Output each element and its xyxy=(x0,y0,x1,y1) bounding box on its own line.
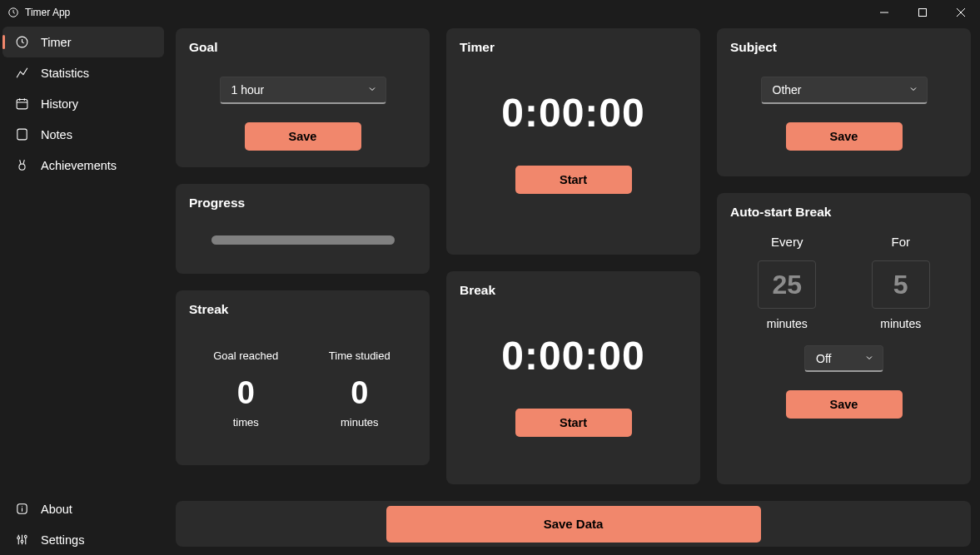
auto-mode-select[interactable]: Off xyxy=(804,345,883,372)
chevron-down-icon xyxy=(908,83,918,97)
auto-for-label: For xyxy=(859,235,943,249)
note-icon xyxy=(14,127,29,142)
auto-every-unit: minutes xyxy=(745,317,828,330)
auto-for-column: For 5 minutes xyxy=(859,235,943,330)
subject-card: Subject Other Save xyxy=(717,28,971,176)
streak-time-column: Time studied 0 minutes xyxy=(314,342,405,429)
timer-display: 0:00:00 xyxy=(460,90,687,136)
window-title: Timer App xyxy=(25,7,70,18)
svg-rect-4 xyxy=(17,129,26,140)
progress-card: Progress xyxy=(176,184,430,274)
break-title: Break xyxy=(460,283,687,298)
goal-select[interactable]: 1 hour xyxy=(220,77,386,104)
auto-for-input[interactable]: 5 xyxy=(872,260,930,309)
streak-goal-label: Goal reached xyxy=(200,342,291,370)
sidebar-item-statistics[interactable]: Statistics xyxy=(2,57,164,88)
sidebar-item-label: Timer xyxy=(41,36,72,49)
close-button[interactable] xyxy=(942,0,980,25)
streak-title: Streak xyxy=(189,302,416,317)
auto-mode-value: Off xyxy=(816,352,831,365)
maximize-button[interactable] xyxy=(903,0,942,25)
svg-rect-3 xyxy=(17,100,27,109)
goal-title: Goal xyxy=(189,40,416,55)
calendar-icon xyxy=(14,97,29,111)
titlebar: Timer App xyxy=(0,0,980,25)
auto-every-input[interactable]: 25 xyxy=(758,260,816,309)
svg-point-7 xyxy=(17,537,19,539)
break-card: Break 0:00:00 Start xyxy=(446,271,700,484)
sidebar-item-label: About xyxy=(41,503,72,516)
streak-goal-column: Goal reached 0 times xyxy=(200,342,291,429)
chevron-down-icon xyxy=(864,352,874,365)
goal-select-value: 1 hour xyxy=(231,83,265,97)
content: Goal 1 hour Save Progress Streak xyxy=(167,25,980,555)
svg-point-5 xyxy=(18,164,24,170)
subject-title: Subject xyxy=(730,40,958,55)
chevron-down-icon xyxy=(367,83,377,97)
minimize-button[interactable] xyxy=(865,0,903,25)
auto-for-unit: minutes xyxy=(859,317,943,330)
svg-rect-1 xyxy=(919,9,927,17)
sliders-icon xyxy=(14,533,29,548)
sidebar-item-history[interactable]: History xyxy=(2,88,164,119)
auto-every-column: Every 25 minutes xyxy=(745,235,828,330)
svg-point-8 xyxy=(21,540,23,543)
subject-select[interactable]: Other xyxy=(761,77,928,104)
sidebar-item-label: History xyxy=(41,97,78,111)
streak-goal-unit: times xyxy=(200,416,291,429)
sidebar-item-timer[interactable]: Timer xyxy=(2,27,164,57)
sidebar-item-about[interactable]: About xyxy=(2,493,164,524)
streak-card: Streak Goal reached 0 times Time studied… xyxy=(176,290,430,465)
progress-bar xyxy=(211,235,395,245)
auto-every-label: Every xyxy=(745,235,828,249)
medal-icon xyxy=(14,158,29,173)
save-data-button[interactable]: Save Data xyxy=(386,506,761,543)
auto-break-card: Auto-start Break Every 25 minutes For 5 … xyxy=(717,193,971,484)
timer-card: Timer 0:00:00 Start xyxy=(446,28,700,255)
break-start-button[interactable]: Start xyxy=(515,409,632,437)
chart-icon xyxy=(14,66,29,81)
sidebar-item-settings[interactable]: Settings xyxy=(2,524,164,555)
break-display: 0:00:00 xyxy=(460,333,687,379)
sidebar-item-achievements[interactable]: Achievements xyxy=(2,150,164,181)
sidebar-item-label: Settings xyxy=(41,533,84,547)
window-controls xyxy=(865,0,980,25)
clock-icon xyxy=(14,35,29,50)
subject-select-value: Other xyxy=(773,83,802,97)
timer-start-button[interactable]: Start xyxy=(515,166,632,194)
sidebar-item-notes[interactable]: Notes xyxy=(2,119,164,150)
progress-title: Progress xyxy=(189,196,416,211)
streak-time-label: Time studied xyxy=(314,342,405,370)
sidebar: Timer Statistics History Notes Achieveme… xyxy=(0,25,167,555)
svg-point-9 xyxy=(24,536,27,538)
sidebar-item-label: Notes xyxy=(41,128,72,141)
auto-title: Auto-start Break xyxy=(730,205,958,220)
app-icon xyxy=(7,6,20,19)
auto-save-button[interactable]: Save xyxy=(786,390,903,419)
streak-time-unit: minutes xyxy=(314,416,405,429)
save-data-card: Save Data xyxy=(176,501,971,547)
streak-goal-value: 0 xyxy=(200,375,291,411)
timer-title: Timer xyxy=(460,40,687,55)
sidebar-item-label: Achievements xyxy=(41,159,117,172)
streak-time-value: 0 xyxy=(314,375,405,411)
goal-card: Goal 1 hour Save xyxy=(176,28,430,167)
sidebar-item-label: Statistics xyxy=(41,67,89,80)
goal-save-button[interactable]: Save xyxy=(245,122,361,151)
info-icon xyxy=(14,502,29,517)
subject-save-button[interactable]: Save xyxy=(786,122,903,151)
